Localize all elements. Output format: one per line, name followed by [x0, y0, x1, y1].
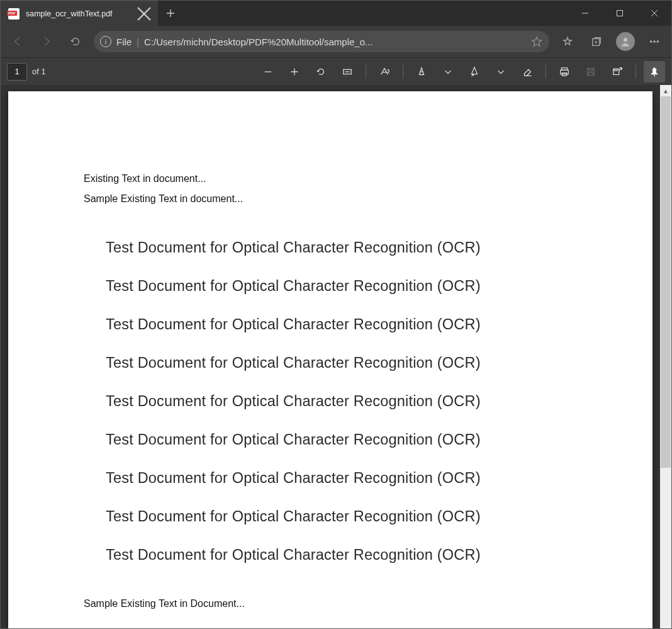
url-separator: | — [137, 37, 139, 47]
document-text-line: Sample Existing Text in document... — [84, 193, 577, 205]
svg-rect-14 — [615, 69, 618, 71]
navbar: i File | C:/Users/michn/Desktop/PDF%20Mu… — [1, 26, 671, 57]
back-button[interactable] — [4, 30, 31, 54]
vertical-scrollbar[interactable]: ▲ — [660, 85, 671, 628]
draw-button[interactable] — [411, 61, 432, 82]
pdf-page: Existing Text in document... Sample Exis… — [8, 91, 652, 628]
svg-rect-0 — [617, 11, 622, 16]
toolbar-divider — [403, 65, 403, 79]
maximize-button[interactable] — [602, 1, 637, 26]
svg-point-3 — [650, 41, 651, 42]
ocr-text-line: Test Document for Optical Character Reco… — [106, 547, 577, 564]
new-tab-button[interactable] — [158, 1, 183, 26]
pdf-viewer: Existing Text in document... Sample Exis… — [1, 85, 671, 628]
profile-button[interactable] — [612, 30, 639, 54]
forward-button[interactable] — [33, 30, 60, 54]
toolbar-divider — [636, 65, 636, 79]
close-window-button[interactable] — [637, 1, 671, 26]
favorite-star-icon[interactable] — [530, 36, 543, 47]
ocr-text-line: Test Document for Optical Character Reco… — [106, 470, 577, 487]
rotate-button[interactable] — [310, 61, 332, 82]
highlight-dropdown-button[interactable] — [490, 61, 512, 82]
ocr-text-block: Test Document for Optical Character Reco… — [106, 239, 577, 564]
svg-point-4 — [654, 41, 655, 42]
svg-rect-11 — [589, 68, 592, 71]
page-total-label: of 1 — [32, 67, 46, 76]
ocr-text-line: Test Document for Optical Character Reco… — [106, 393, 577, 410]
ocr-text-line: Test Document for Optical Character Reco… — [106, 431, 577, 448]
more-menu-button[interactable] — [641, 30, 668, 54]
favorites-button[interactable] — [554, 30, 581, 54]
document-text-line: Sample Existing Text in Document... — [84, 598, 577, 609]
print-button[interactable] — [554, 61, 575, 82]
url-scheme-label: File — [116, 37, 132, 47]
refresh-button[interactable] — [62, 30, 89, 54]
ocr-text-line: Test Document for Optical Character Reco… — [106, 239, 577, 256]
url-text: C:/Users/michn/Desktop/PDF%20Multitool/s… — [144, 37, 525, 47]
window-controls — [568, 1, 671, 26]
pdf-viewport[interactable]: Existing Text in document... Sample Exis… — [1, 85, 660, 628]
ocr-text-line: Test Document for Optical Character Reco… — [106, 508, 577, 525]
scroll-track[interactable] — [660, 96, 671, 617]
titlebar: sample_ocr_withText.pdf — [1, 1, 671, 26]
svg-point-2 — [624, 38, 627, 42]
ocr-text-line: Test Document for Optical Character Reco… — [106, 278, 577, 295]
svg-rect-12 — [588, 72, 593, 75]
tab-title: sample_ocr_withText.pdf — [26, 9, 113, 18]
site-info-icon[interactable]: i — [100, 36, 111, 47]
address-bar[interactable]: i File | C:/Users/michn/Desktop/PDF%20Mu… — [94, 31, 549, 52]
fit-page-button[interactable] — [337, 61, 358, 82]
pdf-file-icon — [8, 8, 20, 20]
document-text-line: Existing Text in document... — [84, 173, 577, 184]
minimize-button[interactable] — [568, 1, 602, 26]
read-aloud-button[interactable] — [374, 61, 395, 82]
scroll-thumb[interactable] — [661, 96, 671, 468]
highlight-button[interactable] — [464, 61, 485, 82]
svg-rect-8 — [561, 70, 569, 74]
toolbar-divider — [366, 65, 366, 79]
zoom-out-button[interactable] — [257, 61, 279, 82]
avatar-icon — [616, 32, 635, 51]
toolbar-divider — [546, 65, 546, 79]
save-as-button[interactable] — [607, 61, 628, 82]
page-number-input[interactable] — [7, 63, 27, 81]
collections-button[interactable] — [583, 30, 610, 54]
scroll-up-button[interactable]: ▲ — [660, 85, 671, 96]
draw-dropdown-button[interactable] — [437, 61, 459, 82]
close-tab-button[interactable] — [137, 6, 152, 21]
ocr-text-line: Test Document for Optical Character Reco… — [106, 354, 577, 371]
pdf-toolbar: of 1 — [1, 57, 671, 85]
svg-point-5 — [657, 41, 658, 42]
browser-tab[interactable]: sample_ocr_withText.pdf — [1, 1, 158, 26]
browser-window: sample_ocr_withText.pdf — [0, 0, 672, 629]
save-button[interactable] — [580, 61, 602, 82]
erase-button[interactable] — [517, 61, 538, 82]
pin-toolbar-button[interactable] — [644, 61, 665, 82]
ocr-text-line: Test Document for Optical Character Reco… — [106, 316, 577, 333]
zoom-in-button[interactable] — [284, 61, 305, 82]
